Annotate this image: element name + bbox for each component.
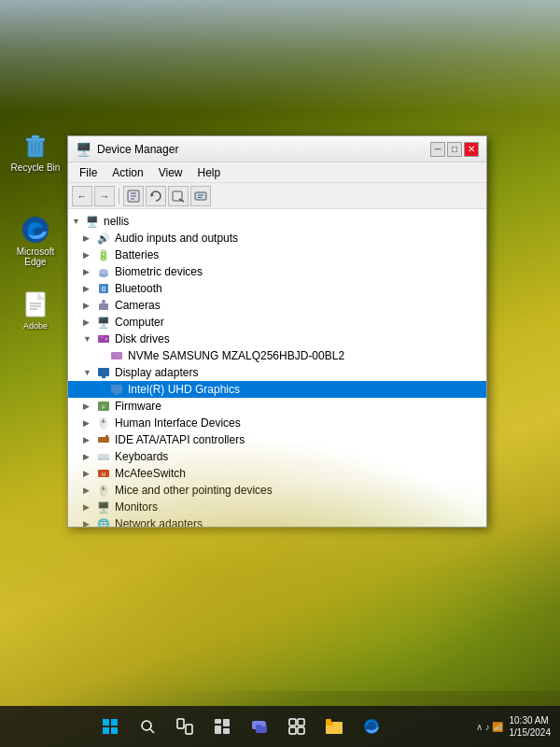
- device-tree[interactable]: ▼ 🖥️ nellis ▶ 🔊 Audio inputs and outputs…: [68, 209, 486, 527]
- desktop: Recycle Bin Microsoft Edge Adobe: [0, 0, 560, 747]
- tree-item[interactable]: ▶ F Firmware: [68, 398, 486, 415]
- tree-item[interactable]: ▶ 🖱️ Mice and other pointing devices: [68, 482, 486, 499]
- item-icon: 🔊: [96, 231, 111, 246]
- svg-text:M: M: [102, 472, 105, 477]
- menu-view[interactable]: View: [151, 164, 190, 181]
- adobe-label: Adobe: [23, 321, 48, 331]
- item-label: Mice and other pointing devices: [115, 484, 273, 497]
- device-manager-icon: 🖥️: [76, 142, 91, 157]
- item-icon: [96, 331, 111, 346]
- svg-rect-51: [215, 719, 221, 724]
- tree-item[interactable]: ▶ Biometric devices: [68, 263, 486, 280]
- adobe-image: [21, 289, 50, 319]
- item-label: Keyboards: [115, 450, 168, 463]
- expand-arrow: ▶: [83, 435, 96, 444]
- item-label: Computer: [115, 316, 164, 329]
- expand-arrow: ▶: [83, 418, 96, 428]
- tree-root-item[interactable]: ▼ 🖥️ nellis: [68, 213, 486, 230]
- item-icon: M: [96, 466, 111, 481]
- taskbar-right: ∧ ♪ 📶 10:30 AM 1/15/2024: [476, 714, 551, 739]
- more-button[interactable]: [190, 186, 211, 206]
- maximize-button[interactable]: □: [447, 142, 462, 157]
- recycle-bin-label: Recycle Bin: [11, 162, 61, 173]
- ms-edge-image: [21, 215, 50, 245]
- clock[interactable]: 10:30 AM 1/15/2024: [510, 714, 552, 739]
- menu-action[interactable]: Action: [105, 164, 150, 181]
- task-view-button[interactable]: [168, 710, 202, 743]
- svg-rect-64: [326, 719, 331, 724]
- tree-item-display[interactable]: ▼ Display adapters: [68, 364, 486, 381]
- minimize-button[interactable]: ─: [430, 142, 445, 157]
- expand-arrow: ▶: [83, 267, 96, 276]
- expand-arrow: ▶: [83, 301, 96, 310]
- search-button[interactable]: [131, 710, 164, 743]
- ms-edge-label: Microsoft Edge: [7, 247, 63, 267]
- svg-rect-31: [111, 352, 122, 359]
- taskbar-edge-button[interactable]: [355, 710, 388, 743]
- expand-arrow: ▶: [83, 250, 96, 260]
- item-icon: 🌐: [96, 516, 111, 527]
- back-button[interactable]: ←: [72, 186, 92, 206]
- tree-item[interactable]: ▶ Cameras: [68, 297, 486, 314]
- ms-edge-icon[interactable]: Microsoft Edge: [7, 215, 63, 267]
- expand-arrow: ▼: [83, 368, 96, 377]
- item-label: NVMe SAMSUNG MZALQ256HBJD-00BL2: [128, 349, 344, 362]
- tree-item-intel-graphics[interactable]: Intel(R) UHD Graphics: [68, 381, 486, 398]
- item-label: IDE ATA/ATAPI controllers: [115, 433, 245, 446]
- scan-button[interactable]: [168, 186, 189, 206]
- forward-button[interactable]: →: [94, 186, 115, 206]
- item-label: Bluetooth: [115, 282, 162, 295]
- properties-button[interactable]: [123, 186, 144, 206]
- item-icon: 🖥️: [96, 500, 111, 514]
- svg-rect-59: [298, 719, 304, 726]
- file-explorer-button[interactable]: [317, 710, 351, 743]
- svg-rect-58: [289, 719, 296, 726]
- tree-item[interactable]: ▶ 🔋 Batteries: [68, 247, 486, 263]
- svg-rect-2: [32, 135, 39, 138]
- item-icon: ⌨️: [96, 449, 111, 464]
- date-display: 1/15/2024: [510, 726, 552, 739]
- root-expand: ▼: [72, 217, 85, 226]
- item-label: Network adapters: [115, 517, 203, 527]
- tree-item[interactable]: ▶ B Bluetooth: [68, 280, 486, 297]
- tree-item[interactable]: ▶ 🖥️ Computer: [68, 314, 486, 331]
- tree-item[interactable]: NVMe SAMSUNG MZALQ256HBJD-00BL2: [68, 347, 486, 364]
- snap-layout-button[interactable]: [280, 710, 314, 743]
- menu-help[interactable]: Help: [190, 164, 229, 181]
- expand-arrow: ▶: [83, 452, 96, 461]
- adobe-icon[interactable]: Adobe: [7, 289, 63, 331]
- separator-1: [119, 188, 119, 204]
- svg-rect-33: [98, 368, 109, 376]
- recycle-bin-icon[interactable]: Recycle Bin: [7, 131, 63, 173]
- system-tray: ∧ ♪ 📶: [476, 722, 504, 732]
- close-button[interactable]: ✕: [464, 142, 479, 157]
- item-label: Cameras: [115, 299, 161, 312]
- svg-rect-36: [115, 393, 119, 395]
- item-label: Batteries: [115, 248, 159, 261]
- tree-item[interactable]: ▶ 🖱️ Human Interface Devices: [68, 415, 486, 431]
- toolbar: ← →: [68, 183, 486, 209]
- tree-item[interactable]: ▶ 🔊 Audio inputs and outputs: [68, 230, 486, 247]
- svg-point-32: [119, 355, 120, 357]
- svg-rect-40: [105, 435, 108, 438]
- menu-file[interactable]: File: [72, 164, 105, 181]
- tree-item[interactable]: ▶ 🖥️ Monitors: [68, 499, 486, 515]
- tree-root: ▼ 🖥️ nellis ▶ 🔊 Audio inputs and outputs…: [68, 211, 486, 527]
- update-button[interactable]: [146, 186, 166, 206]
- widgets-button[interactable]: [205, 710, 239, 743]
- chat-button[interactable]: [243, 710, 276, 743]
- root-label: nellis: [104, 215, 129, 228]
- svg-rect-19: [195, 192, 206, 200]
- tree-item[interactable]: ▶ M McAfeeSwitch: [68, 465, 486, 482]
- item-label: McAfeeSwitch: [115, 467, 186, 480]
- svg-point-57: [260, 721, 266, 726]
- title-bar: 🖥️ Device Manager ─ □ ✕: [68, 136, 486, 162]
- tree-item-disk-drives[interactable]: ▼ Disk drives: [68, 331, 486, 347]
- start-button[interactable]: [93, 710, 127, 743]
- taskbar: ∧ ♪ 📶 10:30 AM 1/15/2024: [0, 706, 560, 747]
- tree-item[interactable]: ▶ IDE ATA/ATAPI controllers: [68, 431, 486, 448]
- window-title: Device Manager: [97, 143, 430, 156]
- item-label: Display adapters: [115, 366, 198, 379]
- tree-item[interactable]: ▶ ⌨️ Keyboards: [68, 448, 486, 465]
- tree-item[interactable]: ▶ 🌐 Network adapters: [68, 515, 486, 527]
